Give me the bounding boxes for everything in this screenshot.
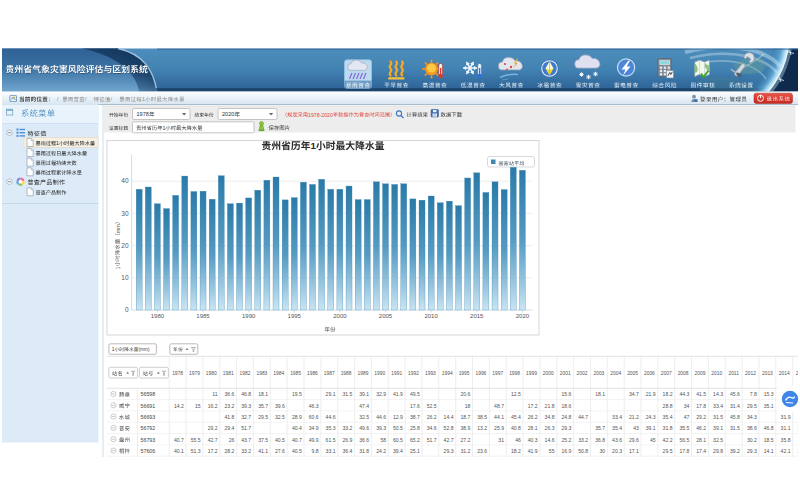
svg-text:17.8: 17.8: [679, 448, 689, 454]
svg-text:42.7: 42.7: [444, 437, 454, 443]
svg-text:18.2: 18.2: [511, 448, 521, 454]
svg-text:40.1: 40.1: [174, 448, 184, 454]
svg-text:21.8: 21.8: [545, 403, 555, 409]
svg-text:17.4: 17.4: [696, 448, 706, 454]
svg-text:49.5: 49.5: [410, 391, 420, 397]
svg-text:35.4: 35.4: [663, 414, 673, 420]
svg-text:46.8: 46.8: [241, 391, 251, 397]
svg-text:30: 30: [599, 448, 605, 454]
svg-text:46: 46: [515, 437, 521, 443]
svg-text:29.1: 29.1: [326, 391, 336, 397]
svg-text:2000: 2000: [333, 313, 347, 319]
svg-text:1994: 1994: [442, 371, 453, 376]
svg-text:17.8: 17.8: [696, 403, 706, 409]
svg-text:35.7: 35.7: [595, 425, 605, 431]
svg-text:21.9: 21.9: [646, 391, 656, 397]
svg-text:15.6: 15.6: [561, 391, 571, 397]
svg-text:1: 1: [142, 96, 145, 102]
svg-text:36.6: 36.6: [224, 391, 234, 397]
svg-text:16.9: 16.9: [561, 448, 571, 454]
svg-text:41.8: 41.8: [224, 414, 234, 420]
svg-text:41.9: 41.9: [393, 391, 403, 397]
svg-text:45: 45: [650, 437, 656, 443]
svg-text:11: 11: [212, 391, 217, 397]
svg-text:0: 0: [125, 306, 129, 313]
svg-text:2020: 2020: [222, 111, 234, 117]
svg-text:31.8: 31.8: [359, 448, 369, 454]
svg-text:35.7: 35.7: [258, 403, 268, 409]
svg-text:29.5: 29.5: [747, 403, 757, 409]
svg-text:2002: 2002: [577, 371, 588, 376]
svg-text:20: 20: [121, 242, 129, 249]
svg-text:60.5: 60.5: [393, 437, 403, 443]
svg-text:1981: 1981: [223, 371, 234, 376]
svg-text:58: 58: [380, 437, 386, 443]
svg-text:2012: 2012: [745, 371, 756, 376]
svg-text:2009: 2009: [695, 371, 706, 376]
svg-text:16.2: 16.2: [208, 403, 218, 409]
svg-text:17.2: 17.2: [528, 403, 538, 409]
svg-text:45.8: 45.8: [730, 414, 740, 420]
svg-text:1: 1: [112, 347, 115, 352]
svg-text:29.3: 29.3: [561, 425, 571, 431]
svg-text:18: 18: [465, 403, 471, 409]
svg-text:1: 1: [311, 140, 317, 151]
svg-text:60.6: 60.6: [309, 414, 319, 420]
svg-text:1995: 1995: [459, 371, 470, 376]
svg-text:38.7: 38.7: [410, 414, 420, 420]
svg-text:43: 43: [633, 425, 639, 431]
svg-text:48.7: 48.7: [494, 403, 504, 409]
svg-text:2007: 2007: [661, 371, 672, 376]
svg-text:56.5: 56.5: [679, 437, 689, 443]
svg-text:32.9: 32.9: [376, 391, 386, 397]
svg-text:14.3: 14.3: [713, 391, 723, 397]
svg-text:50.8: 50.8: [578, 448, 588, 454]
svg-text:1978-2020: 1978-2020: [308, 112, 333, 118]
svg-text:50.5: 50.5: [393, 425, 403, 431]
svg-text:17.2: 17.2: [208, 448, 218, 454]
svg-text:40.4: 40.4: [292, 425, 302, 431]
svg-text:21.2: 21.2: [629, 414, 639, 420]
svg-text:1982: 1982: [240, 371, 251, 376]
svg-text:40.7: 40.7: [292, 437, 302, 443]
svg-text:29.2: 29.2: [208, 425, 218, 431]
svg-text:31.5: 31.5: [713, 414, 723, 420]
svg-text:18.6: 18.6: [561, 403, 571, 409]
svg-text:1996: 1996: [475, 371, 486, 376]
svg-text:15: 15: [195, 403, 201, 409]
svg-text:1: 1: [163, 125, 166, 131]
svg-text:31.8: 31.8: [663, 425, 673, 431]
svg-text:39.2: 39.2: [730, 448, 740, 454]
svg-text:(mm): (mm): [139, 347, 151, 352]
svg-text:/: /: [57, 96, 59, 102]
svg-text:26.3: 26.3: [545, 425, 555, 431]
svg-text:30: 30: [121, 210, 129, 217]
svg-text:39.1: 39.1: [713, 425, 723, 431]
svg-text:14.4: 14.4: [444, 414, 454, 420]
svg-text:34: 34: [684, 403, 690, 409]
svg-text:52.5: 52.5: [427, 403, 437, 409]
svg-text:33.2: 33.2: [578, 437, 588, 443]
svg-text:40.5: 40.5: [292, 448, 302, 454]
svg-text:43.6: 43.6: [612, 437, 622, 443]
svg-text:18.1: 18.1: [595, 391, 605, 397]
svg-text:14.6: 14.6: [545, 437, 555, 443]
svg-text:1985: 1985: [196, 313, 210, 319]
svg-text:29.5: 29.5: [663, 448, 673, 454]
svg-text:24.3: 24.3: [646, 414, 656, 420]
svg-text:47.4: 47.4: [359, 403, 369, 409]
svg-text:55.5: 55.5: [191, 437, 201, 443]
svg-text:40: 40: [121, 177, 129, 184]
svg-text:13.2: 13.2: [477, 425, 487, 431]
svg-text:52.8: 52.8: [444, 425, 454, 431]
svg-text:26.9: 26.9: [342, 437, 352, 443]
svg-text:26.2: 26.2: [427, 414, 437, 420]
svg-text:33.4: 33.4: [713, 403, 723, 409]
svg-text:38.6: 38.6: [747, 425, 757, 431]
svg-text:17.6: 17.6: [410, 403, 420, 409]
svg-text:10: 10: [121, 274, 129, 281]
svg-text:25.8: 25.8: [410, 425, 420, 431]
svg-text:1990: 1990: [374, 371, 385, 376]
svg-text:35.4: 35.4: [612, 425, 622, 431]
svg-text:35.5: 35.5: [679, 425, 689, 431]
